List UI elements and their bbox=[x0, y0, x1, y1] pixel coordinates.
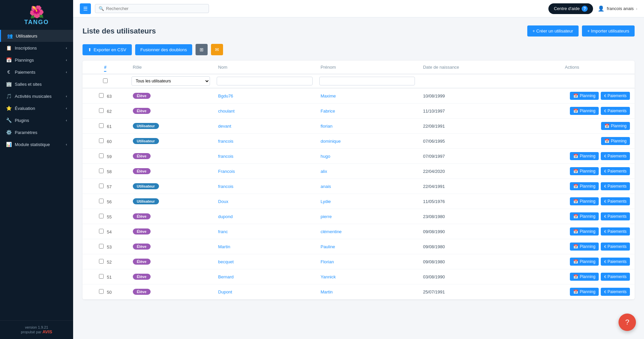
row-checkbox[interactable] bbox=[99, 168, 104, 173]
paiements-button[interactable]: € Paiements bbox=[601, 288, 630, 296]
paiements-button[interactable]: € Paiements bbox=[601, 92, 630, 100]
search-input[interactable] bbox=[106, 6, 205, 11]
row-checkbox[interactable] bbox=[99, 274, 104, 279]
nom-link[interactable]: francois bbox=[218, 184, 233, 189]
row-checkbox[interactable] bbox=[99, 229, 104, 233]
nom-link[interactable]: devant bbox=[218, 124, 231, 129]
planning-button[interactable]: 📅 Planning bbox=[601, 137, 630, 145]
planning-button[interactable]: 📅 Planning bbox=[570, 152, 599, 160]
paiements-button[interactable]: € Paiements bbox=[601, 152, 630, 160]
row-checkbox[interactable] bbox=[99, 289, 104, 294]
role-filter-select[interactable]: Tous les utilisateursÉlèveUtilisateurAdm… bbox=[131, 76, 210, 86]
nom-link[interactable]: Francois bbox=[218, 169, 235, 174]
sidebar-item-module-stat[interactable]: 📊 Module statistique ‹ bbox=[0, 138, 73, 150]
planning-button[interactable]: 📅 Planning bbox=[570, 273, 599, 281]
export-csv-button[interactable]: ⬆ Exporter en CSV bbox=[83, 44, 132, 55]
planning-button[interactable]: 📅 Planning bbox=[570, 107, 599, 115]
paiements-button[interactable]: € Paiements bbox=[601, 273, 630, 281]
row-checkbox[interactable] bbox=[99, 123, 104, 128]
prenom-link[interactable]: pierre bbox=[321, 214, 332, 219]
nom-link[interactable]: Doux bbox=[218, 199, 228, 204]
prenom-link[interactable]: alix bbox=[321, 169, 327, 174]
prenom-link[interactable]: hugo bbox=[321, 154, 330, 159]
paiements-button[interactable]: € Paiements bbox=[601, 227, 630, 235]
row-nom: devant bbox=[213, 119, 316, 134]
paiements-button[interactable]: € Paiements bbox=[601, 107, 630, 115]
prenom-filter-input[interactable] bbox=[319, 77, 415, 85]
nom-link[interactable]: franc bbox=[218, 229, 228, 234]
row-checkbox[interactable] bbox=[99, 199, 104, 203]
user-info[interactable]: 👤 francois anais › bbox=[598, 5, 637, 12]
email-button[interactable]: ✉ bbox=[211, 44, 223, 55]
paiements-button[interactable]: € Paiements bbox=[601, 212, 630, 220]
nom-link[interactable]: francois bbox=[218, 154, 233, 159]
menu-button[interactable]: ☰ bbox=[80, 3, 91, 14]
sidebar-item-utilisateurs[interactable]: 👥 Utilisateurs bbox=[0, 30, 73, 42]
planning-button[interactable]: 📅 Planning bbox=[570, 288, 599, 296]
help-button[interactable]: Centre d'aide ? bbox=[548, 3, 593, 14]
planning-button[interactable]: 📅 Planning bbox=[570, 197, 599, 205]
sidebar-item-plugins[interactable]: 🔧 Plugins ‹ bbox=[0, 114, 73, 126]
prenom-link[interactable]: Lydie bbox=[321, 199, 331, 204]
row-checkbox[interactable] bbox=[99, 259, 104, 264]
nom-filter-input[interactable] bbox=[217, 77, 312, 85]
row-checkbox[interactable] bbox=[99, 244, 104, 249]
create-user-button[interactable]: + Créer un utilisateur bbox=[527, 25, 579, 37]
import-users-button[interactable]: + Importer utilisateurs bbox=[582, 25, 635, 37]
row-id: 50 bbox=[107, 290, 111, 295]
grid-button[interactable]: ⊞ bbox=[196, 44, 208, 55]
planning-button[interactable]: 📅 Planning bbox=[570, 212, 599, 220]
nom-link[interactable]: choulant bbox=[218, 109, 234, 114]
prenom-link[interactable]: anais bbox=[321, 184, 331, 189]
page-header: Liste des utilisateurs + Créer un utilis… bbox=[83, 25, 635, 37]
sidebar-item-parametres[interactable]: ⚙️ Paramètres bbox=[0, 126, 73, 138]
prenom-link[interactable]: Florian bbox=[321, 259, 334, 264]
paiements-button[interactable]: € Paiements bbox=[601, 197, 630, 205]
paiements-button[interactable]: € Paiements bbox=[601, 182, 630, 190]
prenom-link[interactable]: Yannick bbox=[321, 274, 336, 279]
row-checkbox[interactable] bbox=[99, 138, 104, 143]
sidebar-item-paiements[interactable]: € Paiements ‹ bbox=[0, 66, 73, 78]
nom-link[interactable]: Bgdu76 bbox=[218, 93, 233, 98]
action-buttons: 📅 Planning € Paiements bbox=[514, 107, 630, 115]
sidebar-item-activites[interactable]: 🎵 Activités musicales ‹ bbox=[0, 90, 73, 102]
merge-duplicates-button[interactable]: Fusionner des doublons bbox=[135, 44, 193, 55]
planning-button[interactable]: 📅 Planning bbox=[570, 227, 599, 235]
nom-link[interactable]: becquet bbox=[218, 259, 233, 264]
nom-link[interactable]: Bernard bbox=[218, 274, 233, 279]
planning-button[interactable]: 📅 Planning bbox=[570, 167, 599, 175]
paiements-button[interactable]: € Paiements bbox=[601, 167, 630, 175]
sidebar-item-inscriptions[interactable]: 📋 Inscriptions ‹ bbox=[0, 42, 73, 54]
paiements-button[interactable]: € Paiements bbox=[601, 243, 630, 251]
planning-button[interactable]: 📅 Planning bbox=[570, 258, 599, 266]
sidebar-item-evaluation[interactable]: ⭐ Évaluation ‹ bbox=[0, 102, 73, 114]
prenom-link[interactable]: clémentine bbox=[321, 229, 342, 234]
row-checkbox[interactable] bbox=[99, 153, 104, 158]
nom-link[interactable]: dupond bbox=[218, 214, 232, 219]
prenom-link[interactable]: Fabrice bbox=[321, 109, 335, 114]
row-checkbox[interactable] bbox=[99, 184, 104, 188]
row-actions: 📅 Planning € Paiements bbox=[509, 194, 635, 209]
row-checkbox[interactable] bbox=[99, 108, 104, 113]
planning-button[interactable]: 📅 Planning bbox=[570, 182, 599, 190]
nom-link[interactable]: Martin bbox=[218, 244, 230, 249]
prenom-link[interactable]: Pauline bbox=[321, 244, 335, 249]
nom-link[interactable]: Dupont bbox=[218, 289, 232, 294]
prenom-link[interactable]: Martin bbox=[321, 289, 333, 294]
prenom-link[interactable]: florian bbox=[321, 124, 332, 129]
planning-button[interactable]: 📅 Planning bbox=[601, 122, 630, 130]
planning-button[interactable]: 📅 Planning bbox=[570, 92, 599, 100]
row-actions: 📅 Planning € Paiements bbox=[509, 269, 635, 284]
row-checkbox[interactable] bbox=[99, 93, 104, 98]
fab-help-button[interactable]: ? bbox=[619, 314, 636, 331]
nom-link[interactable]: francois bbox=[218, 139, 233, 144]
row-checkbox[interactable] bbox=[99, 214, 104, 218]
prenom-link[interactable]: Maxime bbox=[321, 93, 336, 98]
sidebar-item-salles-sites[interactable]: 🏢 Salles et sites bbox=[0, 78, 73, 90]
sidebar-item-plannings[interactable]: 📅 Plannings ‹ bbox=[0, 54, 73, 66]
planning-button[interactable]: 📅 Planning bbox=[570, 243, 599, 251]
paiements-button[interactable]: € Paiements bbox=[601, 258, 630, 266]
select-all-checkbox[interactable] bbox=[103, 78, 108, 83]
prenom-link[interactable]: dominique bbox=[321, 139, 341, 144]
row-actions: 📅 Planning bbox=[509, 134, 635, 149]
